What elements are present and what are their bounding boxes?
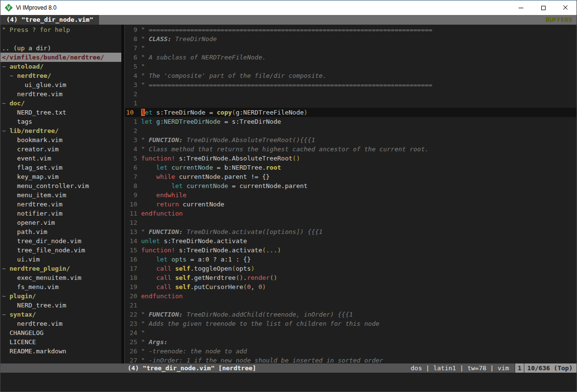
code-line[interactable]: 4" The 'composite' part of the file/dir … [125, 71, 577, 80]
tree-file-item[interactable]: bookmark.vim [0, 135, 121, 145]
code-line[interactable]: 12 [125, 218, 577, 227]
tree-file-item[interactable]: menu_item.vim [0, 190, 121, 200]
line-number: 7 [125, 44, 137, 53]
tree-file-item[interactable]: README.markdown [0, 347, 121, 356]
code-line[interactable]: 11endfunction [125, 209, 577, 218]
code-text: " ======================================… [141, 80, 433, 89]
tree-item-label: nerdtree.vim [17, 90, 62, 98]
tree-dir-item[interactable]: ~ lib/nerdtree/ [0, 126, 121, 135]
tree-dir-item[interactable]: ~ plugin/ [0, 291, 121, 301]
code-line[interactable]: 1 [125, 99, 577, 108]
code-line[interactable]: 25" Args: [125, 337, 577, 347]
tree-dir-item[interactable]: ~ doc/ [0, 99, 121, 108]
close-icon [563, 5, 568, 11]
code-line[interactable]: 2 [125, 89, 577, 99]
tree-file-item[interactable]: tree_dir_node.vim [0, 236, 121, 246]
code-line[interactable]: 9" =====================================… [125, 25, 577, 34]
code-line[interactable]: 6 let currentNode = b:NERDTree.root [125, 163, 577, 172]
minimize-button[interactable] [510, 0, 532, 15]
code-line[interactable]: 22" FUNCTION: TreeDirNode.addChild(treen… [125, 310, 577, 319]
code-line[interactable]: 3" =====================================… [125, 80, 577, 89]
code-text: endfunction [141, 209, 183, 218]
tree-dir-item[interactable]: ~ syntax/ [0, 310, 121, 319]
tab-tree-dir-node[interactable]: (4) "tree_dir_node.vim" [0, 15, 99, 25]
code-line[interactable]: 18 call self.getNerdtree().render() [125, 273, 577, 282]
tree-up-dir[interactable]: .. (up a dir) [0, 44, 121, 53]
tree-file-item[interactable]: ui.vim [0, 255, 121, 264]
code-segment: s:TreeDirNode = [152, 109, 216, 116]
code-segment: s:TreeDirNode.activate [160, 237, 247, 245]
code-line[interactable]: 17 call self.toggleOpen(opts) [125, 264, 577, 273]
code-segment: TreeDirNode [172, 35, 217, 43]
code-line-current[interactable]: 10let s:TreeDirNode = copy(g:NERDTreeFil… [125, 108, 577, 117]
code-line[interactable]: 27" -inOrder: 1 if the new node should b… [125, 356, 577, 363]
code-line[interactable]: 14unlet s:TreeDirNode.activate [125, 236, 577, 246]
tree-file-item[interactable]: nerdtree.vim [0, 89, 121, 99]
code-segment: ( [232, 109, 236, 116]
tree-file-item[interactable]: menu_controller.vim [0, 181, 121, 190]
code-line[interactable]: 23" Adds the given treenode to the list … [125, 319, 577, 328]
code-line[interactable]: 24" [125, 328, 577, 337]
tree-item-label: exec_menuitem.vim [17, 274, 81, 281]
code-line[interactable]: 8" CLASS: TreeDirNode [125, 34, 577, 44]
maximize-button[interactable] [532, 0, 554, 15]
tree-item-label: flag_set.vim [17, 164, 62, 171]
code-segment: .toggleOpen [190, 265, 232, 272]
tree-file-item[interactable]: tags [0, 117, 121, 126]
code-line[interactable]: 8 let currentNode = currentNode.parent [125, 181, 577, 190]
code-line[interactable]: 13" FUNCTION: TreeDirNode.activate([opti… [125, 227, 577, 236]
close-button[interactable] [554, 0, 577, 15]
code-text: let currentNode = currentNode.parent [141, 181, 307, 190]
code-line[interactable]: 7 while currentNode.parent != {} [125, 172, 577, 181]
code-line[interactable]: 20endfunction [125, 291, 577, 301]
tree-file-item[interactable]: opener.vim [0, 218, 121, 227]
code-line[interactable]: 5function! s:TreeDirNode.AbsoluteTreeRoo… [125, 154, 577, 163]
tree-file-item[interactable]: ui_glue.vim [0, 80, 121, 89]
tree-file-item[interactable]: CHANGELOG [0, 328, 121, 337]
code-line[interactable]: 2 [125, 126, 577, 135]
code-text: call self.getNerdtree().render() [141, 273, 277, 282]
tree-file-item[interactable]: flag_set.vim [0, 163, 121, 172]
code-text: let currentNode = b:NERDTree.root [141, 163, 281, 172]
tree-file-item[interactable]: creator.vim [0, 145, 121, 154]
tree-file-item[interactable]: key_map.vim [0, 172, 121, 181]
code-text: function! s:TreeDirNode.activate(...) [141, 246, 281, 255]
tree-file-item[interactable]: nerdtree.vim [0, 200, 121, 209]
code-line[interactable]: 3" FUNCTION: TreeDirNode.AbsoluteTreeRoo… [125, 135, 577, 145]
tree-file-item[interactable]: event.vim [0, 154, 121, 163]
code-line[interactable]: 16 let opts = a:0 ? a:1 : {} [125, 255, 577, 264]
code-line[interactable]: 7" [125, 44, 577, 53]
code-line[interactable]: 26" -treenode: the node to add [125, 347, 577, 356]
tree-file-item[interactable]: NERD_tree.txt [0, 108, 121, 117]
tree-dir-item[interactable]: ~ nerdtree/ [0, 71, 121, 80]
code-segment: CLASS: [149, 35, 172, 43]
editor-panel[interactable]: 9" =====================================… [125, 25, 577, 363]
tree-dir-item[interactable]: ~ autoload/ [0, 62, 121, 71]
tree-file-item[interactable]: nerdtree.vim [0, 319, 121, 328]
code-segment: self [175, 265, 190, 272]
line-number: 20 [125, 291, 137, 301]
tree-file-item[interactable]: NERD_tree.vim [0, 301, 121, 310]
code-line[interactable]: 21 [125, 301, 577, 310]
code-line[interactable]: 9 endwhile [125, 190, 577, 200]
code-line[interactable]: 1let g:NERDTreeDirNode = s:TreeDirNode [125, 117, 577, 126]
tree-file-item[interactable]: LICENCE [0, 337, 121, 347]
code-line[interactable]: 19 call self.putCursorHere(0, 0) [125, 282, 577, 291]
code-line[interactable]: 4" Class method that returns the highest… [125, 145, 577, 154]
code-line[interactable]: 6" A subclass of NERDTreeFileNode. [125, 53, 577, 62]
tree-file-item[interactable]: path.vim [0, 227, 121, 236]
code-line[interactable]: 10 return currentNode [125, 200, 577, 209]
line-number: 9 [125, 190, 137, 200]
tree-file-item[interactable]: exec_menuitem.vim [0, 273, 121, 282]
tree-file-item[interactable]: tree_file_node.vim [0, 246, 121, 255]
code-text: " -inOrder: 1 if the new node should be … [141, 356, 383, 363]
tree-file-item[interactable]: notifier.vim [0, 209, 121, 218]
tree-root-path[interactable]: </vimfiles/bundle/nerdtree/ [0, 53, 121, 62]
code-line[interactable]: 15function! s:TreeDirNode.activate(...) [125, 246, 577, 255]
code-segment: while [156, 173, 175, 180]
code-line[interactable]: 5" [125, 62, 577, 71]
code-segment: () [270, 274, 277, 281]
tree-dir-item[interactable]: ~ nerdtree_plugin/ [0, 264, 121, 273]
tree-file-item[interactable]: fs_menu.vim [0, 282, 121, 291]
window-separator[interactable] [121, 25, 125, 363]
